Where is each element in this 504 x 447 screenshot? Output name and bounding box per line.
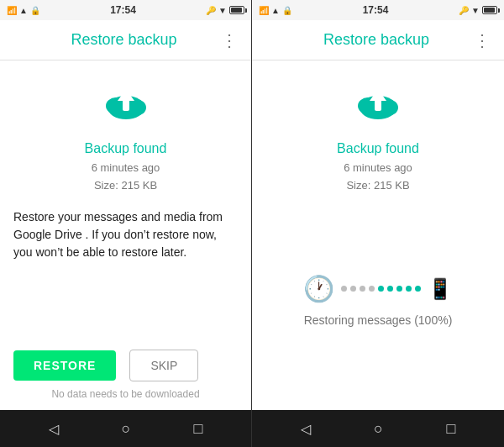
restore-description: Restore your messages and media from Goo… [13, 208, 238, 261]
battery-icon [229, 6, 244, 14]
left-back-button[interactable]: ◁ [49, 421, 59, 437]
right-time: 17:54 [363, 4, 389, 16]
right-nav-bar: ◁ ○ □ [252, 410, 504, 447]
right-content: Backup found 6 minutes ago Size: 215 KB … [252, 60, 504, 410]
right-backup-found-label: Backup found [337, 141, 419, 156]
backup-time: 6 minutes ago [92, 160, 160, 177]
right-home-button[interactable]: ○ [374, 420, 383, 438]
action-buttons: RESTORE SKIP [13, 350, 198, 381]
right-cloud-svg [351, 77, 405, 131]
right-signal-icon: ▼ [471, 6, 480, 15]
skip-button[interactable]: SKIP [129, 350, 198, 381]
right-key-icon: 🔑 [459, 6, 469, 15]
right-backup-time: 6 minutes ago [344, 160, 412, 177]
right-cloud-icon [351, 77, 405, 134]
backup-size: Size: 215 KB [92, 177, 160, 195]
progress-row: 🕐 📱 [303, 274, 453, 303]
svg-marker-9 [370, 89, 386, 101]
left-bottom-actions: RESTORE SKIP No data needs to be downloa… [0, 339, 251, 410]
left-home-button[interactable]: ○ [122, 420, 131, 438]
lock-icon: 🔒 [30, 6, 40, 15]
left-content: Backup found 6 minutes ago Size: 215 KB … [0, 60, 251, 339]
backup-meta: 6 minutes ago Size: 215 KB [92, 160, 160, 195]
dot-green-2 [387, 286, 393, 292]
right-app-title: Restore backup [279, 31, 474, 49]
right-backup-meta: 6 minutes ago Size: 215 KB [344, 160, 412, 195]
key-icon: 🔑 [206, 6, 216, 15]
progress-area: 🕐 📱 Res [286, 208, 470, 393]
right-battery-icon [482, 6, 497, 14]
restoring-text: Restoring messages (100%) [304, 313, 453, 327]
right-backup-size: Size: 215 KB [344, 177, 412, 195]
phone-icon: 📱 [428, 277, 453, 301]
cloud-upload-icon [99, 77, 153, 134]
svg-marker-4 [118, 89, 134, 101]
left-app-bar: Restore backup ⋮ [0, 20, 251, 60]
right-status-right: 🔑 ▼ [459, 6, 497, 15]
left-recent-button[interactable]: □ [194, 420, 203, 438]
cloud-svg [99, 77, 153, 131]
backup-found-label: Backup found [85, 141, 167, 156]
right-menu-button[interactable]: ⋮ [474, 30, 491, 50]
right-wifi-icon: ▲ [271, 6, 280, 15]
dot-gray-1 [341, 286, 347, 292]
dots-container [341, 286, 421, 292]
right-lock-icon: 🔒 [282, 6, 292, 15]
left-nav-bar: ◁ ○ □ [0, 410, 251, 447]
right-screen: 📶 ▲ 🔒 17:54 🔑 ▼ Restore backup ⋮ [252, 0, 504, 447]
dot-green-5 [415, 286, 421, 292]
right-status-left: 📶 ▲ 🔒 [259, 6, 292, 15]
dot-gray-2 [350, 286, 356, 292]
right-sim-icon: 📶 [259, 6, 269, 15]
right-recent-button[interactable]: □ [446, 420, 455, 438]
dot-gray-3 [360, 286, 365, 292]
dot-gray-4 [369, 286, 375, 292]
no-download-text: No data needs to be downloaded [13, 388, 238, 400]
signal-icon: ▼ [218, 6, 227, 15]
wifi-icon: ▲ [19, 6, 28, 15]
left-app-title: Restore backup [27, 31, 221, 49]
history-icon: 🕐 [303, 274, 334, 303]
dot-green-1 [378, 286, 384, 292]
right-app-bar: Restore backup ⋮ [252, 20, 504, 60]
right-back-button[interactable]: ◁ [301, 421, 311, 437]
left-status-bar: 📶 ▲ 🔒 17:54 🔑 ▼ [0, 0, 251, 20]
left-menu-button[interactable]: ⋮ [221, 30, 238, 50]
right-status-bar: 📶 ▲ 🔒 17:54 🔑 ▼ [252, 0, 504, 20]
restore-button[interactable]: RESTORE [13, 350, 116, 381]
sim-icon: 📶 [7, 6, 17, 15]
left-time: 17:54 [110, 4, 136, 16]
status-right-icons: 🔑 ▼ [206, 6, 244, 15]
status-left-icons: 📶 ▲ 🔒 [7, 6, 40, 15]
left-screen: 📶 ▲ 🔒 17:54 🔑 ▼ Restore backup ⋮ [0, 0, 252, 447]
dot-green-3 [396, 286, 402, 292]
dot-green-4 [406, 286, 412, 292]
